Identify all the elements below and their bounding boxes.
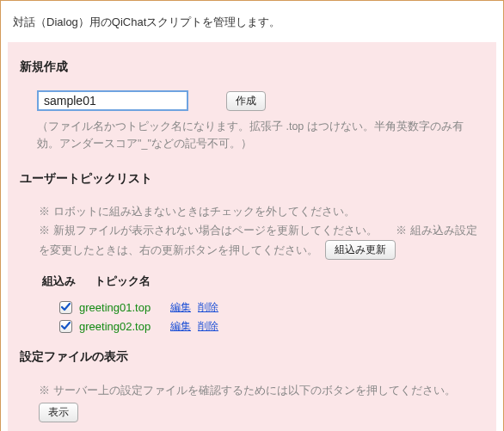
delete-link[interactable]: 削除: [198, 319, 218, 334]
page-description: 対話（Dialog）用のQiChatスクリプトを管理します。: [8, 8, 496, 42]
settings-title: 設定ファイルの表示: [20, 349, 484, 365]
topic-table-header: 組込み トピック名: [20, 260, 484, 298]
topic-list-notes: ※ ロボットに組み込まないときはチェックを外してください。 ※ 新規ファイルが表…: [20, 202, 484, 260]
check-icon: [61, 322, 71, 331]
edit-link[interactable]: 編集: [170, 319, 191, 334]
topic-name: greeting01.top: [79, 301, 163, 314]
embed-checkbox[interactable]: [59, 301, 72, 314]
topic-note-2a: ※ 新規ファイルが表示されない場合はページを更新してください。: [39, 224, 378, 237]
settings-note: ※ サーバー上の設定ファイルを確認するためには以下のボタンを押してください。: [20, 380, 484, 400]
col-name: トピック名: [95, 274, 151, 289]
table-row: greeting02.top 編集 削除: [59, 317, 484, 336]
topic-name: greeting02.top: [79, 320, 163, 333]
create-button[interactable]: 作成: [226, 91, 266, 111]
col-embed: 組込み: [42, 274, 76, 289]
topic-note-1: ※ ロボットに組み込まないときはチェックを外してください。: [39, 202, 477, 221]
main-container: 対話（Dialog）用のQiChatスクリプトを管理します。 新規作成 作成 （…: [0, 0, 504, 431]
delete-link[interactable]: 削除: [198, 300, 218, 315]
create-name-input[interactable]: [37, 90, 188, 111]
check-icon: [61, 303, 71, 312]
create-section-title: 新規作成: [20, 59, 484, 75]
content-panel: 新規作成 作成 （ファイル名かつトピック名になります。拡張子 .top はつけな…: [8, 42, 496, 431]
create-row: 作成: [20, 90, 484, 111]
topic-list-title: ユーザートピックリスト: [20, 171, 484, 187]
topic-rows: greeting01.top 編集 削除 greeting02.top 編集 削…: [20, 298, 484, 349]
edit-link[interactable]: 編集: [170, 300, 191, 315]
create-hint: （ファイル名かつトピック名になります。拡張子 .top はつけない。半角英数字の…: [20, 116, 484, 152]
refresh-embed-button[interactable]: 組込み更新: [325, 240, 396, 260]
show-settings-button[interactable]: 表示: [39, 403, 78, 422]
table-row: greeting01.top 編集 削除: [59, 298, 484, 317]
embed-checkbox[interactable]: [59, 320, 72, 333]
